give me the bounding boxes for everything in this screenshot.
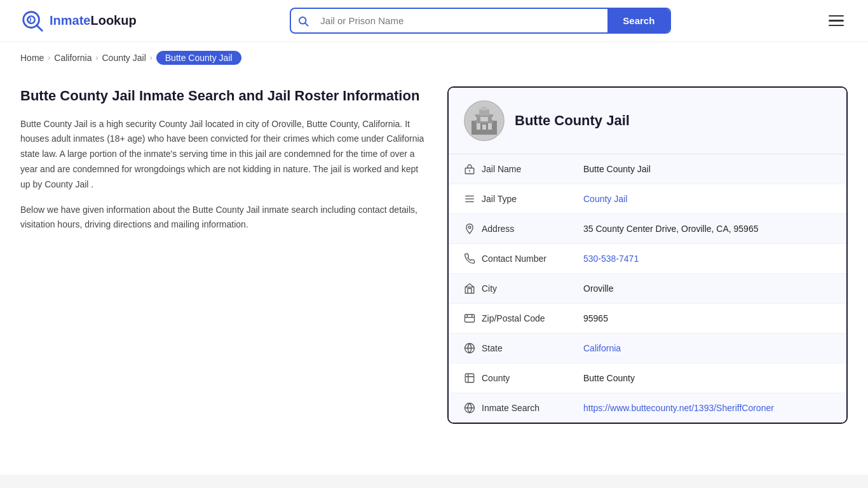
svg-line-5 xyxy=(306,23,308,25)
svg-line-2 xyxy=(37,25,43,30)
page-heading: Butte County Jail Inmate Search and Jail… xyxy=(20,86,427,105)
svg-rect-15 xyxy=(492,117,494,120)
svg-rect-13 xyxy=(482,125,486,130)
info-row-state: State California xyxy=(449,334,846,363)
phone-link[interactable]: 530-538-7471 xyxy=(583,254,639,264)
jail-type-link[interactable]: County Jail xyxy=(583,194,627,204)
svg-rect-26 xyxy=(465,374,474,383)
breadcrumb-california[interactable]: California xyxy=(54,53,92,63)
jail-icon xyxy=(464,163,482,175)
search-area: Search xyxy=(290,8,671,34)
county-label: County xyxy=(482,373,583,383)
city-icon xyxy=(464,283,482,294)
jail-avatar xyxy=(464,100,505,141)
web-icon xyxy=(464,402,482,414)
inmate-search-link[interactable]: https://www.buttecounty.net/1393/Sheriff… xyxy=(583,403,774,413)
info-row-inmate-search: Inmate Search https://www.buttecounty.ne… xyxy=(449,393,846,423)
contact-value: 530-538-7471 xyxy=(583,254,639,264)
breadcrumb-county-jail[interactable]: County Jail xyxy=(102,53,146,63)
info-card-header: Butte County Jail xyxy=(449,88,846,154)
info-row-county: County Butte County xyxy=(449,363,846,393)
type-icon xyxy=(464,193,482,205)
header: Q InmateLookup Search xyxy=(0,0,868,42)
info-row-address: Address 35 County Center Drive, Oroville… xyxy=(449,214,846,244)
search-wrapper: Search xyxy=(290,8,671,34)
state-icon xyxy=(464,342,482,354)
zip-icon xyxy=(464,313,482,324)
city-value: Oroville xyxy=(583,283,613,294)
state-label: State xyxy=(482,343,583,353)
logo-text: InmateLookup xyxy=(50,13,137,28)
svg-rect-24 xyxy=(465,315,475,322)
jail-type-value: County Jail xyxy=(583,194,627,204)
address-icon xyxy=(464,223,482,234)
info-card: Butte County Jail Jail Name Butte County… xyxy=(447,86,848,424)
breadcrumb-sep-2: › xyxy=(96,53,98,62)
zip-value: 95965 xyxy=(583,313,608,323)
jail-type-label: Jail Type xyxy=(482,194,583,204)
phone-icon xyxy=(464,253,482,264)
svg-rect-16 xyxy=(480,117,488,121)
state-link[interactable]: California xyxy=(583,343,621,353)
right-panel: Butte County Jail Jail Name Butte County… xyxy=(447,86,848,424)
county-icon xyxy=(464,372,482,384)
description-para-1: Butte County Jail is a high security Cou… xyxy=(20,117,427,193)
jail-name-label: Jail Name xyxy=(482,164,583,174)
search-input[interactable] xyxy=(315,9,607,32)
info-row-city: City Oroville xyxy=(449,274,846,304)
left-panel: Butte County Jail Inmate Search and Jail… xyxy=(20,86,427,243)
breadcrumb-sep-3: › xyxy=(150,53,153,62)
city-label: City xyxy=(482,283,583,294)
jail-name-value: Butte County Jail xyxy=(583,164,651,174)
search-icon xyxy=(291,15,315,27)
footer-bar xyxy=(0,475,868,488)
address-label: Address xyxy=(482,224,583,234)
contact-label: Contact Number xyxy=(482,254,583,264)
description-para-2: Below we have given information about th… xyxy=(20,203,427,233)
info-row-jail-type: Jail Type County Jail xyxy=(449,184,846,214)
svg-rect-23 xyxy=(465,287,474,294)
svg-rect-10 xyxy=(482,107,487,111)
menu-button[interactable] xyxy=(825,11,848,30)
county-value: Butte County xyxy=(583,373,635,383)
info-row-jail-name: Jail Name Butte County Jail xyxy=(449,154,846,184)
inmate-search-label: Inmate Search xyxy=(482,403,583,413)
logo-icon: Q xyxy=(20,9,44,33)
info-row-zip: Zip/Postal Code 95965 xyxy=(449,304,846,334)
jail-building-icon xyxy=(466,103,502,139)
svg-rect-11 xyxy=(477,123,480,130)
breadcrumb-home[interactable]: Home xyxy=(20,53,44,63)
search-button[interactable]: Search xyxy=(607,9,670,32)
zip-label: Zip/Postal Code xyxy=(482,313,583,323)
svg-point-22 xyxy=(468,226,471,229)
logo-link[interactable]: Q InmateLookup xyxy=(20,9,137,33)
breadcrumb: Home › California › County Jail › Butte … xyxy=(0,42,868,74)
breadcrumb-sep-1: › xyxy=(48,53,50,62)
svg-rect-14 xyxy=(474,117,477,120)
breadcrumb-current: Butte County Jail xyxy=(156,51,241,65)
info-card-title: Butte County Jail xyxy=(515,112,630,129)
inmate-search-value: https://www.buttecounty.net/1393/Sheriff… xyxy=(583,403,774,413)
svg-rect-12 xyxy=(488,123,492,130)
state-value: California xyxy=(583,343,621,353)
main-content: Butte County Jail Inmate Search and Jail… xyxy=(0,74,868,449)
info-row-contact: Contact Number 530-538-7471 xyxy=(449,244,846,274)
address-value: 35 County Center Drive, Oroville, CA, 95… xyxy=(583,224,758,234)
svg-text:Q: Q xyxy=(27,16,32,23)
